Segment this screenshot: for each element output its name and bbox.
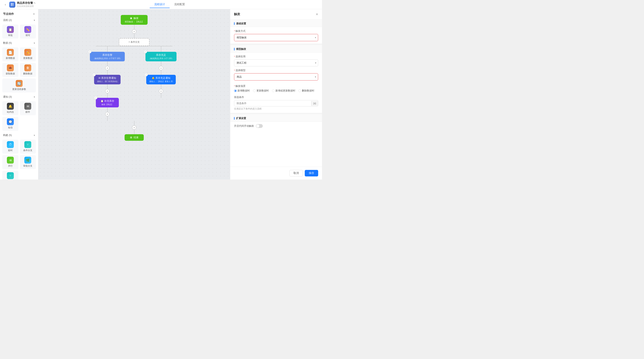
model-trigger-label: 模型触发: [236, 47, 246, 51]
tab-design[interactable]: 流程设计: [150, 1, 170, 8]
right-plus-1[interactable]: +: [159, 66, 163, 70]
plus-btn-1[interactable]: +: [132, 29, 136, 34]
select-model-select[interactable]: 商品: [234, 74, 318, 80]
select-app-label-wrap: * 选择应用: [234, 55, 318, 58]
plus-btn-end[interactable]: +: [132, 125, 136, 130]
replenish-node[interactable]: i 📋 补充库存 触发【商品】: [96, 98, 119, 107]
update-data-label: 更新数据: [23, 57, 32, 60]
left-plus-2[interactable]: +: [105, 89, 110, 93]
trigger-node-sub: 模型触发：【商品】: [124, 20, 144, 23]
sidebar-item-audit[interactable]: 📋 审批: [2, 25, 18, 39]
condition-branch-node[interactable]: + 条件分支: [119, 38, 150, 46]
section-build[interactable]: 构建 (5) ▾: [0, 132, 38, 138]
section-notify[interactable]: 通知 (3) ▾: [0, 94, 38, 100]
filter-btn[interactable]: {x}: [311, 101, 318, 106]
sidebar-item-email[interactable]: ✉ 邮件: [20, 101, 36, 115]
parallel-icon: ⇉: [7, 157, 14, 164]
warning-box[interactable]: i 库存告警 （触发[商品].库存 小于等于 100）: [90, 52, 125, 61]
main-layout: 节点动作 ✕ 流程 (2) ▾ 📋 审批 ✏️ 填写 数据 (5) ▾ 📄: [0, 9, 322, 180]
sidebar-item-get-data[interactable]: 📥 获取数据: [2, 63, 18, 77]
end-label: 结束: [134, 136, 138, 139]
extend-section: 扩展设置 开启代码手动触发: [230, 114, 322, 130]
sidebar-item-add-data[interactable]: 📄 新增数据: [2, 47, 18, 61]
section-flow-label: 流程 (2): [3, 19, 12, 22]
manual-trigger-label: 开启代码手动触发: [234, 124, 254, 128]
cancel-button[interactable]: 取消: [290, 170, 303, 176]
add-data-label: 新增数据: [6, 57, 15, 60]
select-model-wrap: 商品 ▾: [234, 74, 318, 80]
branch-container: i 库存告警 （触发[商品].库存 小于等于 100） + i ✉: [86, 46, 182, 121]
section-build-label: 构建 (5): [3, 134, 12, 137]
condition-box[interactable]: + 条件分支: [119, 38, 150, 46]
right-plus-2[interactable]: +: [159, 89, 163, 93]
radio-update[interactable]: 更新数据时: [253, 89, 269, 92]
sidebar-item-update-data[interactable]: ✏️ 更新数据: [20, 47, 36, 61]
success-info: i: [144, 50, 147, 53]
sidebar-title: 节点动作: [3, 12, 14, 16]
sidebar-item-sms[interactable]: 💬 短信: [2, 117, 18, 131]
section-flow[interactable]: 流程 (2) ▾: [0, 17, 38, 23]
replenish-box[interactable]: i 📋 补充库存 触发【商品】: [96, 98, 119, 107]
select-app-wrap: 测试工程 ▾: [234, 60, 318, 66]
warning-node[interactable]: i 库存告警 （触发[商品].库存 小于等于 100）: [90, 52, 125, 61]
notify-warn-node[interactable]: i ✉ 库存告警通知 接收人：部门经理(角色): [94, 75, 121, 84]
panel-close-icon[interactable]: ✕: [316, 13, 318, 16]
radio-delete-label: 删除数据时: [302, 89, 314, 92]
end-node[interactable]: 结束: [124, 134, 144, 141]
get-data-label: 获取数据: [6, 72, 15, 75]
select-model-label-wrap: * 选择模型: [234, 69, 318, 72]
sidebar-close-icon[interactable]: ✕: [33, 13, 35, 16]
app-icon: [9, 2, 15, 8]
edit-icon[interactable]: ✎: [34, 2, 36, 5]
sidebar-item-delay[interactable]: ⏱ 延时: [2, 140, 18, 154]
left-plus-1[interactable]: +: [105, 66, 110, 70]
update-param-icon: 🔄: [16, 80, 22, 87]
sidebar-item-parallel[interactable]: ⇉ 并行: [2, 155, 18, 169]
page-subtitle[interactable]: 点击添加流程说明: [17, 5, 36, 8]
trigger-node[interactable]: 触发 模型触发：【商品】: [121, 15, 148, 25]
trigger-scene-radios: 新增数据时 更新数据时 新增或更新数据时 删除数据时: [234, 89, 318, 92]
required-star-4: *: [234, 85, 235, 88]
trigger-method-red-border: 模型触发: [234, 34, 318, 41]
required-star: *: [234, 30, 235, 33]
sidebar-item-station[interactable]: 🔔 站内信: [2, 101, 18, 115]
success-node[interactable]: i 库存充足 （触发[商品].库存 大于 100）: [146, 52, 177, 61]
header-left: ‹ 商品库存告警 ✎ 点击添加流程说明: [3, 1, 36, 8]
update-param-label: 更新流程参数: [12, 88, 26, 91]
sidebar-item-fill[interactable]: ✏️ 填写: [20, 25, 36, 39]
left-plus-3[interactable]: +: [105, 112, 110, 116]
radio-delete-dot: [298, 89, 301, 92]
approve-branch-icon: 🌿: [24, 157, 31, 164]
required-star-3: *: [234, 69, 235, 72]
radio-add[interactable]: 新增数据时: [234, 89, 250, 92]
sidebar-item-delete-data[interactable]: 🗑 删除数据: [20, 63, 36, 77]
select-app-select[interactable]: 测试工程: [234, 60, 318, 66]
filter-input[interactable]: [234, 100, 311, 106]
notify-ok-box[interactable]: i 🔔 库存充足通知 接收人：【商品】更新人 ID: [146, 75, 176, 84]
update-data-icon: ✏️: [24, 49, 31, 56]
left-conn-4: [107, 84, 108, 89]
right-connector-top: [161, 46, 161, 52]
notify-ok-node[interactable]: i 🔔 库存充足通知 接收人：【商品】更新人 ID: [146, 75, 176, 84]
trigger-box[interactable]: 触发 模型触发：【商品】: [121, 15, 148, 25]
notify-warn-box[interactable]: i ✉ 库存告警通知 接收人：部门经理(角色): [94, 75, 121, 84]
sidebar-item-approve-branch[interactable]: 🌿 审批分支: [20, 155, 36, 169]
fill-icon: ✏️: [24, 26, 31, 33]
sub-flow-icon: ⑂: [7, 172, 14, 179]
manual-trigger-toggle[interactable]: [256, 124, 263, 128]
end-box[interactable]: 结束: [124, 134, 144, 141]
success-box[interactable]: i 库存充足 （触发[商品].库存 大于 100）: [146, 52, 177, 61]
tab-config[interactable]: 流程配置: [170, 1, 190, 8]
trigger-method-select[interactable]: 模型触发: [234, 34, 318, 41]
radio-delete[interactable]: 删除数据时: [298, 89, 314, 92]
sidebar-item-update-param[interactable]: 🔄 更新流程参数: [2, 79, 36, 92]
sidebar-item-condition[interactable]: ⑂ 条件分支: [20, 140, 36, 154]
sidebar-item-sub-flow[interactable]: ⑂ 子流程: [2, 171, 18, 180]
back-button[interactable]: ‹: [3, 2, 8, 7]
basic-label: 基础设置: [236, 22, 246, 25]
radio-add-or-update[interactable]: 新增或更新数据时: [272, 89, 295, 92]
panel-header: 触发 ✕: [230, 9, 322, 20]
section-data[interactable]: 数据 (5) ▾: [0, 40, 38, 46]
model-trigger-section: 模型触发 * 选择应用 测试工程 ▾: [230, 45, 322, 83]
save-button[interactable]: 保存: [305, 170, 318, 176]
